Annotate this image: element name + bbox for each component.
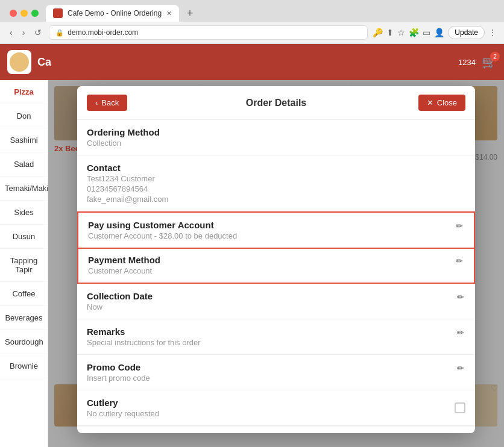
close-button-label: Close — [437, 98, 457, 107]
tab-label: Cafe Demo - Online Ordering — [68, 9, 162, 17]
cutlery-value: No cutlery requested — [87, 409, 159, 418]
pay-customer-account-edit-icon[interactable]: ✏ — [455, 220, 464, 232]
contact-name: Test1234 Customer — [87, 174, 465, 183]
header-right: 1234 🛒 2 — [458, 55, 497, 69]
active-tab[interactable]: Cafe Demo - Online Ordering ✕ — [46, 5, 179, 22]
ordering-method-section: Ordering Method Collection — [77, 120, 475, 155]
order-details-modal: ‹ Back Order Details ✕ Close Ordering Me… — [77, 86, 475, 433]
sidebar-item-temaki-maki[interactable]: Temaki/Maki — [0, 177, 48, 201]
maximize-window-dot[interactable] — [31, 10, 39, 17]
cutlery-checkbox[interactable] — [455, 402, 465, 413]
app-body: Pizza Don Sashimi Salad Temaki/Maki Side… — [0, 80, 504, 447]
promo-code-placeholder: Insert promo code — [87, 374, 150, 383]
collection-date-value: Now — [87, 302, 153, 311]
sidebar-item-don[interactable]: Don — [0, 104, 48, 128]
ordering-method-label: Ordering Method — [87, 127, 465, 137]
collection-date-edit-icon[interactable]: ✏ — [456, 291, 465, 303]
modal-title: Order Details — [246, 98, 306, 108]
pay-customer-account-label: Pay using Customer Account — [88, 220, 237, 230]
modal-body: Ordering Method Collection Contact Test1… — [77, 120, 475, 433]
modal-overlay: ‹ Back Order Details ✕ Close Ordering Me… — [48, 80, 504, 447]
sidebar: Pizza Don Sashimi Salad Temaki/Maki Side… — [0, 80, 48, 447]
url-text: demo.mobi-order.com — [68, 28, 138, 37]
promo-code-edit-icon[interactable]: ✏ — [456, 362, 465, 374]
tab-favicon — [53, 8, 63, 18]
sidebar-item-sides[interactable]: Sides — [0, 201, 48, 225]
extensions-icon[interactable]: 🧩 — [409, 28, 419, 37]
pay-customer-account-section: Pay using Customer Account Customer Acco… — [77, 211, 475, 249]
cart-button[interactable]: 🛒 2 — [482, 55, 497, 69]
sidebar-item-sourdough[interactable]: Sourdough — [0, 330, 48, 354]
sidebar-item-sashimi[interactable]: Sashimi — [0, 128, 48, 152]
collection-date-section: Collection Date Now ✏ — [77, 284, 475, 319]
url-bar[interactable]: 🔒 demo.mobi-order.com — [49, 25, 368, 40]
remarks-section: Remarks Special instructions for this or… — [77, 319, 475, 355]
browser-actions: 🔑 ⬆ ☆ 🧩 ▭ 👤 Update ⋮ — [373, 26, 497, 39]
back-button[interactable]: ‹ Back — [87, 95, 127, 111]
modal-footer: Next › — [77, 426, 475, 433]
remarks-placeholder: Special instructions for this order — [87, 338, 201, 347]
tab-bar: Cafe Demo - Online Ordering ✕ + — [0, 0, 504, 22]
pay-customer-account-value: Customer Account - $28.00 to be deducted — [88, 231, 237, 240]
remarks-edit-icon[interactable]: ✏ — [456, 327, 465, 339]
sidebar-item-brownie[interactable]: Brownie — [0, 354, 48, 378]
address-bar: ‹ › ↺ 🔒 demo.mobi-order.com 🔑 ⬆ ☆ 🧩 ▭ 👤 … — [0, 22, 504, 43]
menu-icon[interactable]: ⋮ — [488, 28, 497, 37]
star-icon[interactable]: ☆ — [397, 28, 405, 37]
sidebar-item-salad[interactable]: Salad — [0, 152, 48, 177]
new-tab-button[interactable]: + — [181, 5, 198, 22]
payment-method-value: Customer Account — [88, 266, 160, 275]
back-nav-button[interactable]: ‹ — [7, 27, 15, 39]
payment-method-content: Payment Method Customer Account — [88, 255, 160, 275]
cutlery-section: Cutlery No cutlery requested — [77, 390, 475, 426]
contact-phone: 01234567894564 — [87, 184, 465, 193]
sidebar-item-pizza[interactable]: Pizza — [0, 80, 48, 104]
key-icon[interactable]: 🔑 — [373, 28, 383, 37]
promo-code-label: Promo Code — [87, 362, 150, 372]
logo-image — [10, 52, 29, 72]
modal-header: ‹ Back Order Details ✕ Close — [77, 86, 475, 120]
profile-icon[interactable]: 👤 — [434, 28, 444, 37]
close-window-dot[interactable] — [10, 10, 17, 17]
remarks-content: Remarks Special instructions for this or… — [87, 327, 201, 347]
remarks-label: Remarks — [87, 327, 201, 337]
user-info: 1234 — [458, 58, 476, 67]
promo-code-section: Promo Code Insert promo code ✏ — [77, 355, 475, 390]
browser-chrome: Cafe Demo - Online Ordering ✕ + ‹ › ↺ 🔒 … — [0, 0, 504, 44]
close-button[interactable]: ✕ Close — [418, 95, 465, 111]
cutlery-label: Cutlery — [87, 398, 159, 408]
update-button[interactable]: Update — [448, 26, 485, 39]
sidebar-item-dusun[interactable]: Dusun — [0, 225, 48, 249]
refresh-nav-button[interactable]: ↺ — [32, 27, 44, 39]
sidebar-item-coffee[interactable]: Coffee — [0, 282, 48, 306]
back-button-label: Back — [101, 98, 119, 107]
lock-icon: 🔒 — [55, 29, 64, 37]
sidebar-item-beverages[interactable]: Beverages — [0, 306, 48, 330]
promo-code-content: Promo Code Insert promo code — [87, 362, 150, 383]
collection-date-label: Collection Date — [87, 291, 153, 301]
payment-method-edit-icon[interactable]: ✏ — [455, 255, 464, 267]
contact-section: Contact Test1234 Customer 01234567894564… — [77, 155, 475, 211]
main-content: ⊞ ▦ ♡ 2x Beef Pepperoni $14.00 ♡ Chicken… — [48, 80, 504, 447]
cart-badge: 2 — [490, 52, 500, 61]
ordering-method-value: Collection — [87, 139, 465, 148]
share-icon[interactable]: ⬆ — [386, 28, 394, 37]
payment-method-section: Payment Method Customer Account ✏ — [77, 248, 475, 284]
tablet-icon[interactable]: ▭ — [423, 28, 430, 37]
cutlery-content: Cutlery No cutlery requested — [87, 398, 159, 418]
minimize-window-dot[interactable] — [20, 10, 28, 17]
contact-email: fake_email@gmail.com — [87, 195, 465, 204]
app-title: Ca — [37, 56, 51, 69]
contact-label: Contact — [87, 163, 465, 173]
tab-close-button[interactable]: ✕ — [166, 10, 172, 17]
payment-method-label: Payment Method — [88, 255, 160, 265]
app-header: Ca 1234 🛒 2 — [0, 44, 504, 80]
forward-nav-button[interactable]: › — [20, 27, 28, 39]
app-logo — [7, 50, 31, 74]
close-x-icon: ✕ — [427, 98, 433, 107]
sidebar-item-tapping-tapir[interactable]: Tapping Tapir — [0, 249, 48, 282]
back-arrow-icon: ‹ — [95, 98, 98, 107]
pay-customer-account-content: Pay using Customer Account Customer Acco… — [88, 220, 237, 240]
collection-date-content: Collection Date Now — [87, 291, 153, 311]
window-controls — [5, 10, 43, 17]
